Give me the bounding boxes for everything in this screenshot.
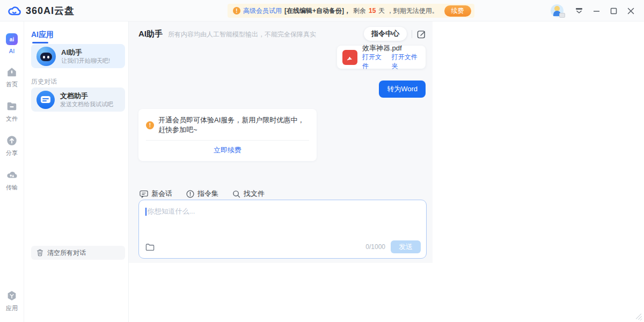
clear-all-label: 清空所有对话 xyxy=(47,248,86,258)
attach-file-button[interactable] xyxy=(145,243,155,251)
ai-sidebar: AI应用 AI助手 让我们开始聊天吧! 历史对话 文档助手 发送文档给我试试吧 xyxy=(24,21,129,322)
share-up-icon xyxy=(6,135,18,147)
page-title: AI助手 xyxy=(138,29,163,39)
command-set-button[interactable]: 指令集 xyxy=(186,189,218,199)
new-session-button[interactable]: 新会话 xyxy=(140,189,172,199)
chat-panel: AI助手 所有内容均由人工智能模型输出，不能完全保障真实 指令中心 效率神器.p… xyxy=(129,21,433,263)
maximize-button[interactable] xyxy=(608,5,619,17)
new-chat-edit-button[interactable] xyxy=(417,30,426,39)
open-folder-link[interactable]: 打开文件夹 xyxy=(392,53,420,71)
home-icon xyxy=(6,66,18,78)
renew-now-link[interactable]: 立即续费 xyxy=(138,141,317,161)
titlebar-controls xyxy=(551,0,644,21)
rail-item-transfer[interactable]: 传输 xyxy=(6,169,18,192)
ai-badge-icon: ai xyxy=(6,33,18,45)
close-icon xyxy=(627,8,634,14)
membership-promo-card: ! 开通会员即可体验AI服务，新用户限时优惠中，赶快参加吧~ 立即续费 xyxy=(138,109,317,161)
rail-item-share[interactable]: 分享 xyxy=(6,135,18,157)
window-resize-grip[interactable] xyxy=(634,312,642,320)
rail-label-home: 首页 xyxy=(6,80,18,89)
input-placeholder: 你想知道什么... xyxy=(148,207,195,216)
rail-label-files: 文件 xyxy=(6,115,18,123)
sidebar-item-doc-assistant[interactable]: 文档助手 发送文档给我试试吧 xyxy=(31,87,125,112)
close-button[interactable] xyxy=(625,5,636,17)
promo-warning-icon: ! xyxy=(146,121,154,129)
rail-label-ai: AI xyxy=(9,48,14,54)
chat-toolbar: 新会话 指令集 找文件 xyxy=(140,189,265,199)
rail-item-home[interactable]: 首页 xyxy=(6,66,18,89)
user-avatar[interactable] xyxy=(551,4,564,17)
trash-icon xyxy=(36,249,43,257)
text-caret xyxy=(145,208,147,216)
doc-assistant-avatar-icon xyxy=(36,91,55,109)
minimize-icon xyxy=(593,8,600,14)
file-message-card[interactable]: 效率神器.pdf 打开文件 打开文件夹 xyxy=(337,46,426,69)
minimize-button[interactable] xyxy=(590,5,602,17)
rail-item-files[interactable]: 文件 xyxy=(6,100,18,123)
ai-assistant-title: AI助手 xyxy=(61,48,110,57)
promo-text: 开通会员即可体验AI服务，新用户限时优惠中，赶快参加吧~ xyxy=(158,115,309,135)
search-icon xyxy=(232,190,240,198)
char-counter: 0/1000 xyxy=(365,243,385,251)
message-input[interactable]: 你想知道什么... 0/1000 发送 xyxy=(138,200,427,259)
remain-text: 剩余 xyxy=(353,6,366,16)
pdf-file-icon xyxy=(342,50,357,65)
compose-icon xyxy=(417,30,426,39)
open-file-link[interactable]: 打开文件 xyxy=(362,53,385,71)
find-file-button[interactable]: 找文件 xyxy=(232,189,265,199)
trial-link[interactable]: 高级会员试用 xyxy=(243,6,282,16)
logo-text: 360AI云盘 xyxy=(26,4,75,17)
new-session-label: 新会话 xyxy=(151,189,172,199)
cloud-transfer-icon xyxy=(6,169,18,181)
rail-label-share: 分享 xyxy=(6,149,18,157)
doc-assistant-title: 文档助手 xyxy=(60,91,113,100)
trial-scope-text: [在线编辑+自动备份]， xyxy=(284,6,350,16)
rail-label-apps: 应用 xyxy=(6,304,18,312)
renew-button[interactable]: 续费 xyxy=(444,5,471,17)
sidebar-item-ai-assistant[interactable]: AI助手 让我们开始聊天吧! xyxy=(31,44,125,68)
app-window: 360AI云盘 ! 高级会员试用 [在线编辑+自动备份]， 剩余 15 天 ，到… xyxy=(0,0,644,322)
tab-ai-apps[interactable]: AI应用 xyxy=(31,30,54,40)
send-button[interactable]: 发送 xyxy=(391,240,421,253)
ai-assistant-avatar-icon xyxy=(36,47,56,66)
membership-trial-banner: ! 高级会员试用 [在线编辑+自动备份]， 剩余 15 天 ，到期无法使用。 续… xyxy=(228,4,474,18)
rail-item-ai[interactable]: ai AI xyxy=(6,33,18,54)
find-file-label: 找文件 xyxy=(244,189,265,199)
titlebar: 360AI云盘 ! 高级会员试用 [在线编辑+自动备份]， 剩余 15 天 ，到… xyxy=(0,0,644,21)
attach-folder-icon xyxy=(145,243,155,251)
maximize-icon xyxy=(610,8,617,14)
doc-assistant-subtitle: 发送文档给我试试吧 xyxy=(60,100,113,108)
chat-header-actions: 指令中心 xyxy=(364,27,426,41)
header-divider xyxy=(412,30,412,38)
ai-assistant-subtitle: 让我们开始聊天吧! xyxy=(61,57,110,65)
tray-icon xyxy=(575,8,583,14)
rail-item-apps[interactable]: 应用 xyxy=(6,290,18,312)
expire-text: 天 ，到期无法使用。 xyxy=(378,6,438,16)
apps-hexagon-icon xyxy=(6,290,18,302)
avatar-vip-badge xyxy=(559,13,565,18)
folder-icon xyxy=(6,100,18,112)
minimize-to-tray-button[interactable] xyxy=(573,5,585,17)
command-set-label: 指令集 xyxy=(197,189,218,199)
left-rail: ai AI 首页 文件 分享 xyxy=(0,21,24,322)
rail-label-transfer: 传输 xyxy=(6,184,18,192)
clear-all-chats-button[interactable]: 清空所有对话 xyxy=(31,246,125,260)
circle-info-icon xyxy=(186,190,194,198)
app-logo: 360AI云盘 xyxy=(0,4,75,17)
chat-bubble-icon xyxy=(140,190,148,198)
convert-to-word-button[interactable]: 转为Word xyxy=(379,80,426,98)
history-section-label: 历史对话 xyxy=(31,77,57,86)
file-name: 效率神器.pdf xyxy=(362,43,420,53)
command-center-button[interactable]: 指令中心 xyxy=(364,27,407,41)
ai-disclaimer: 所有内容均由人工智能模型输出，不能完全保障真实 xyxy=(168,30,316,39)
warning-icon: ! xyxy=(233,7,240,14)
days-left-value: 15 xyxy=(369,7,376,14)
chat-header: AI助手 所有内容均由人工智能模型输出，不能完全保障真实 xyxy=(138,29,316,39)
cloud-logo-icon xyxy=(8,5,21,16)
